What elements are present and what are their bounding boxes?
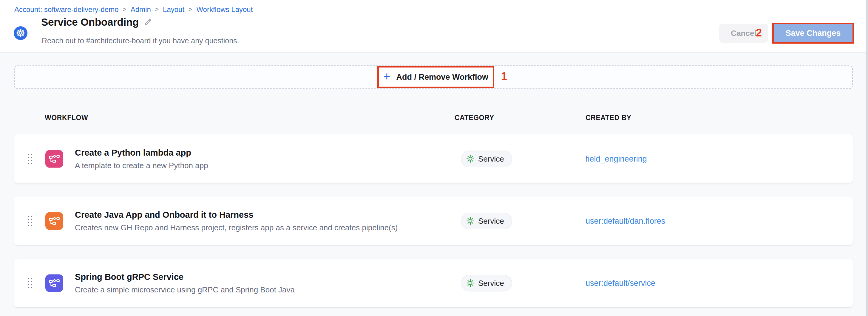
breadcrumb-layout[interactable]: Layout xyxy=(163,5,184,14)
page-header: Account: software-delivery-demo > Admin … xyxy=(0,0,868,53)
drag-handle-icon[interactable] xyxy=(28,216,32,226)
page-subtitle: Reach out to #architecture-board if you … xyxy=(42,36,239,45)
save-changes-button[interactable]: Save Changes xyxy=(774,24,852,42)
category-badge: Service xyxy=(461,150,512,167)
edit-pencil-icon[interactable] xyxy=(144,18,152,27)
plus-icon: + xyxy=(383,70,390,82)
column-header-category: CATEGORY xyxy=(455,114,494,122)
workflow-icon xyxy=(45,212,63,230)
chevron-right-icon: > xyxy=(188,6,192,13)
created-by-link[interactable]: field_engineering xyxy=(586,154,647,163)
kubernetes-icon: ☸ xyxy=(14,26,27,40)
add-remove-workflow-label: Add / Remove Workflow xyxy=(396,73,488,82)
category-badge: Service xyxy=(461,213,512,229)
workflow-row: Create Java App and Onboard it to Harnes… xyxy=(14,197,853,245)
workflow-description: A template to create a new Python app xyxy=(75,161,208,170)
breadcrumb-workflows-layout[interactable]: Workflows Layout xyxy=(196,5,253,14)
workflow-row: Create a Python lambda app A template to… xyxy=(14,135,853,183)
breadcrumb: Account: software-delivery-demo > Admin … xyxy=(14,5,253,14)
page-title: Service Onboarding xyxy=(41,16,139,28)
category-label: Service xyxy=(478,278,504,288)
category-label: Service xyxy=(478,154,504,163)
gear-icon xyxy=(466,279,475,288)
workflow-description: Create a simple microservice using gRPC … xyxy=(75,285,295,294)
scrollbar[interactable] xyxy=(866,0,868,316)
column-header-workflow: WORKFLOW xyxy=(45,114,88,122)
workflow-icon xyxy=(45,150,63,168)
annotation-label-2: 2 xyxy=(756,27,762,38)
created-by-link[interactable]: user:default/service xyxy=(586,278,655,288)
column-header-created-by: CREATED BY xyxy=(586,114,631,122)
workflow-description: Creates new GH Repo and Harness project,… xyxy=(75,223,398,232)
workflow-row: Spring Boot gRPC Service Create a simple… xyxy=(14,259,853,307)
workflow-icon xyxy=(45,274,63,292)
annotation-label-1: 1 xyxy=(501,71,507,82)
workflow-title: Create Java App and Onboard it to Harnes… xyxy=(75,210,398,220)
drag-handle-icon[interactable] xyxy=(28,278,32,288)
chevron-right-icon: > xyxy=(155,6,159,13)
drag-handle-icon[interactable] xyxy=(28,154,32,164)
gear-icon xyxy=(466,217,475,226)
category-label: Service xyxy=(478,216,504,226)
chevron-right-icon: > xyxy=(123,6,126,13)
gear-icon xyxy=(466,154,475,163)
breadcrumb-account[interactable]: Account: software-delivery-demo xyxy=(14,5,118,14)
category-badge: Service xyxy=(461,275,512,291)
add-remove-workflow-button[interactable]: + Add / Remove Workflow xyxy=(377,66,494,88)
breadcrumb-admin[interactable]: Admin xyxy=(131,5,151,14)
created-by-link[interactable]: user:default/dan.flores xyxy=(586,216,665,226)
workflow-title: Create a Python lambda app xyxy=(75,148,208,157)
workflow-title: Spring Boot gRPC Service xyxy=(75,272,295,282)
annotation-box-save: Save Changes xyxy=(772,23,854,44)
